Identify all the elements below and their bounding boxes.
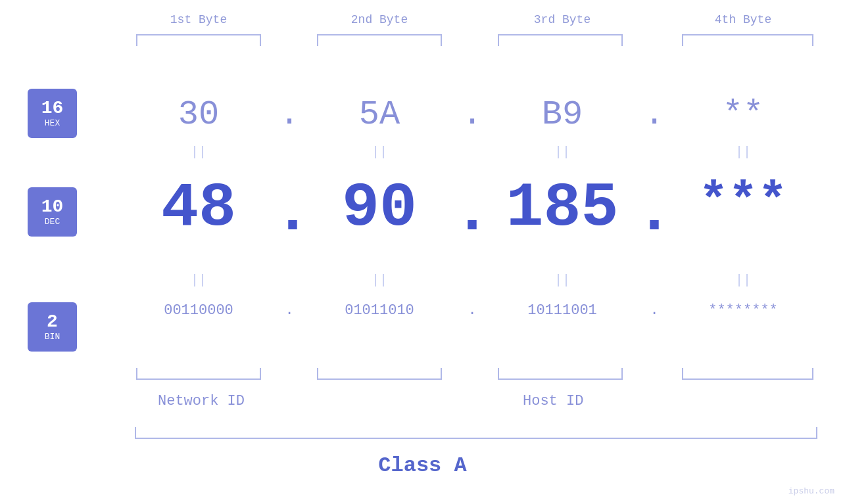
col3-top-bracket — [498, 34, 623, 46]
network-id-label: Network ID — [158, 393, 245, 409]
col1-eq1: || — [191, 145, 206, 160]
bin-badge: 2 BIN — [28, 302, 77, 352]
col3-eq1: || — [554, 145, 570, 160]
class-a-label: Class A — [378, 453, 466, 478]
col4-top-bracket — [682, 34, 813, 46]
class-a-bracket — [135, 427, 817, 439]
dec-badge-num: 10 — [41, 197, 64, 218]
host-id-label: Host ID — [523, 393, 583, 409]
col1-hex: 30 — [178, 95, 219, 134]
col2-bot-bracket — [317, 368, 442, 380]
dot2-hex: . — [462, 95, 482, 134]
col4-dec: *** — [698, 177, 787, 227]
col3-header: 3rd Byte — [534, 13, 591, 26]
dot3-hex: . — [644, 95, 664, 134]
dot1-bin: . — [285, 302, 293, 319]
dot2-dec: . — [453, 177, 491, 248]
dot3-bin: . — [650, 302, 658, 319]
dot1-dec: . — [274, 177, 311, 248]
col1-bot-bracket — [136, 368, 261, 380]
dec-badge: 10 DEC — [28, 187, 77, 237]
bin-badge-base: BIN — [45, 332, 60, 342]
col4-hex: ** — [723, 95, 763, 134]
col1-dec: 48 — [161, 177, 236, 240]
dot3-dec: . — [635, 177, 673, 248]
col2-bin: 01011010 — [345, 302, 414, 319]
dot1-hex: . — [279, 95, 299, 134]
col3-dec: 185 — [506, 177, 618, 240]
main-grid: 16 HEX 10 DEC 2 BIN 1st Byte 30 || 48 ||… — [0, 0, 845, 504]
col4-bin: ******** — [708, 302, 778, 319]
dec-badge-base: DEC — [45, 217, 60, 227]
col4-bot-bracket — [682, 368, 813, 380]
col3-hex: B9 — [542, 95, 583, 134]
col2-eq1: || — [372, 145, 387, 160]
dot2-bin: . — [468, 302, 476, 319]
col2-dec: 90 — [342, 177, 417, 240]
hex-badge-base: HEX — [45, 118, 60, 128]
col3-bot-bracket — [498, 368, 623, 380]
col3-bin: 10111001 — [527, 302, 597, 319]
col4-eq2: || — [735, 273, 751, 288]
col2-header: 2nd Byte — [351, 13, 408, 26]
col4-header: 4th Byte — [715, 13, 771, 26]
col1-eq2: || — [191, 273, 206, 288]
watermark: ipshu.com — [788, 486, 834, 496]
col4-eq1: || — [735, 145, 751, 160]
hex-badge-num: 16 — [41, 99, 64, 119]
bin-badge-num: 2 — [47, 312, 58, 332]
col1-header: 1st Byte — [170, 13, 227, 26]
col2-hex: 5A — [359, 95, 400, 134]
hex-badge: 16 HEX — [28, 89, 77, 138]
col3-eq2: || — [554, 273, 570, 288]
col1-top-bracket — [136, 34, 261, 46]
col1-bin: 00110000 — [164, 302, 233, 319]
col2-top-bracket — [317, 34, 442, 46]
col2-eq2: || — [372, 273, 387, 288]
